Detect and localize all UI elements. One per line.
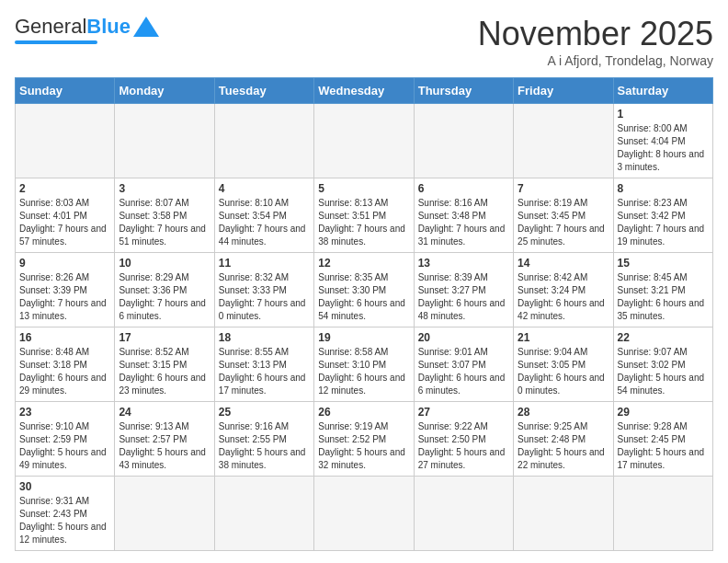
- day-number: 25: [219, 406, 310, 419]
- calendar-week-row: 16Sunrise: 8:48 AM Sunset: 3:18 PM Dayli…: [16, 327, 713, 402]
- day-info: Sunrise: 8:58 AM Sunset: 3:10 PM Dayligh…: [318, 346, 409, 397]
- calendar-day-cell: 10Sunrise: 8:29 AM Sunset: 3:36 PM Dayli…: [115, 253, 214, 327]
- calendar-day-cell: 7Sunrise: 8:19 AM Sunset: 3:45 PM Daylig…: [514, 178, 613, 253]
- page-header: GeneralBlue November 2025 A i Afjord, Tr…: [15, 15, 713, 68]
- day-info: Sunrise: 8:03 AM Sunset: 4:01 PM Dayligh…: [19, 197, 110, 248]
- calendar-day-cell: [314, 104, 414, 178]
- day-number: 7: [518, 182, 609, 195]
- calendar-day-cell: 22Sunrise: 9:07 AM Sunset: 3:02 PM Dayli…: [613, 327, 712, 402]
- title-area: November 2025 A i Afjord, Trondelag, Nor…: [478, 15, 713, 68]
- calendar-day-cell: 5Sunrise: 8:13 AM Sunset: 3:51 PM Daylig…: [314, 178, 414, 253]
- day-number: 22: [618, 331, 709, 344]
- day-number: 30: [19, 480, 110, 493]
- day-number: 8: [618, 182, 709, 195]
- calendar-week-row: 1Sunrise: 8:00 AM Sunset: 4:04 PM Daylig…: [16, 104, 713, 178]
- logo-icon: [133, 17, 159, 37]
- day-info: Sunrise: 8:19 AM Sunset: 3:45 PM Dayligh…: [518, 197, 609, 248]
- subtitle: A i Afjord, Trondelag, Norway: [478, 53, 713, 68]
- day-info: Sunrise: 8:32 AM Sunset: 3:33 PM Dayligh…: [219, 271, 310, 323]
- day-number: 19: [318, 331, 409, 344]
- day-info: Sunrise: 8:26 AM Sunset: 3:39 PM Dayligh…: [19, 271, 110, 323]
- day-info: Sunrise: 9:28 AM Sunset: 2:45 PM Dayligh…: [618, 420, 709, 472]
- calendar-day-cell: 17Sunrise: 8:52 AM Sunset: 3:15 PM Dayli…: [115, 327, 214, 402]
- calendar-week-row: 9Sunrise: 8:26 AM Sunset: 3:39 PM Daylig…: [16, 253, 713, 327]
- day-number: 24: [119, 406, 210, 419]
- calendar-week-row: 30Sunrise: 9:31 AM Sunset: 2:43 PM Dayli…: [16, 477, 713, 551]
- day-info: Sunrise: 9:13 AM Sunset: 2:57 PM Dayligh…: [119, 420, 210, 472]
- calendar-week-row: 23Sunrise: 9:10 AM Sunset: 2:59 PM Dayli…: [16, 402, 713, 477]
- day-info: Sunrise: 8:35 AM Sunset: 3:30 PM Dayligh…: [318, 271, 409, 323]
- calendar-day-cell: 8Sunrise: 8:23 AM Sunset: 3:42 PM Daylig…: [613, 178, 712, 253]
- calendar-day-cell: 6Sunrise: 8:16 AM Sunset: 3:48 PM Daylig…: [414, 178, 513, 253]
- day-info: Sunrise: 8:45 AM Sunset: 3:21 PM Dayligh…: [618, 271, 709, 323]
- calendar-day-cell: 24Sunrise: 9:13 AM Sunset: 2:57 PM Dayli…: [115, 402, 214, 477]
- calendar-day-cell: [414, 477, 513, 551]
- calendar-day-cell: 12Sunrise: 8:35 AM Sunset: 3:30 PM Dayli…: [314, 253, 414, 327]
- calendar-day-cell: 1Sunrise: 8:00 AM Sunset: 4:04 PM Daylig…: [613, 104, 712, 178]
- day-number: 4: [219, 182, 310, 195]
- day-number: 20: [418, 331, 509, 344]
- calendar-day-cell: 2Sunrise: 8:03 AM Sunset: 4:01 PM Daylig…: [16, 178, 115, 253]
- day-number: 16: [19, 331, 110, 344]
- weekday-header-sunday: Sunday: [16, 78, 115, 104]
- day-number: 14: [518, 257, 609, 270]
- day-number: 11: [219, 257, 310, 270]
- calendar-day-cell: 23Sunrise: 9:10 AM Sunset: 2:59 PM Dayli…: [16, 402, 115, 477]
- day-info: Sunrise: 8:48 AM Sunset: 3:18 PM Dayligh…: [19, 346, 110, 397]
- day-info: Sunrise: 9:25 AM Sunset: 2:48 PM Dayligh…: [518, 420, 609, 472]
- day-info: Sunrise: 8:10 AM Sunset: 3:54 PM Dayligh…: [219, 197, 310, 248]
- day-info: Sunrise: 8:42 AM Sunset: 3:24 PM Dayligh…: [518, 271, 609, 323]
- calendar-day-cell: 11Sunrise: 8:32 AM Sunset: 3:33 PM Dayli…: [214, 253, 313, 327]
- calendar-day-cell: 19Sunrise: 8:58 AM Sunset: 3:10 PM Dayli…: [314, 327, 414, 402]
- day-info: Sunrise: 9:04 AM Sunset: 3:05 PM Dayligh…: [518, 346, 609, 397]
- weekday-header-thursday: Thursday: [414, 78, 513, 104]
- weekday-header-row: SundayMondayTuesdayWednesdayThursdayFrid…: [16, 78, 713, 104]
- calendar-day-cell: 25Sunrise: 9:16 AM Sunset: 2:55 PM Dayli…: [214, 402, 313, 477]
- weekday-header-tuesday: Tuesday: [214, 78, 313, 104]
- logo-text: GeneralBlue: [15, 15, 131, 39]
- day-number: 23: [19, 406, 110, 419]
- calendar-day-cell: 21Sunrise: 9:04 AM Sunset: 3:05 PM Dayli…: [514, 327, 613, 402]
- day-number: 26: [318, 406, 409, 419]
- day-number: 12: [318, 257, 409, 270]
- calendar-day-cell: 3Sunrise: 8:07 AM Sunset: 3:58 PM Daylig…: [115, 178, 214, 253]
- day-number: 3: [119, 182, 210, 195]
- calendar-week-row: 2Sunrise: 8:03 AM Sunset: 4:01 PM Daylig…: [16, 178, 713, 253]
- calendar-table: SundayMondayTuesdayWednesdayThursdayFrid…: [15, 77, 713, 551]
- day-number: 6: [418, 182, 509, 195]
- day-info: Sunrise: 8:00 AM Sunset: 4:04 PM Dayligh…: [618, 122, 709, 174]
- day-info: Sunrise: 8:16 AM Sunset: 3:48 PM Dayligh…: [418, 197, 509, 248]
- calendar-day-cell: [514, 104, 613, 178]
- calendar-day-cell: [514, 477, 613, 551]
- calendar-day-cell: 14Sunrise: 8:42 AM Sunset: 3:24 PM Dayli…: [514, 253, 613, 327]
- day-number: 21: [518, 331, 609, 344]
- day-info: Sunrise: 9:31 AM Sunset: 2:43 PM Dayligh…: [19, 495, 110, 546]
- day-info: Sunrise: 9:16 AM Sunset: 2:55 PM Dayligh…: [219, 420, 310, 472]
- calendar-day-cell: 15Sunrise: 8:45 AM Sunset: 3:21 PM Dayli…: [613, 253, 712, 327]
- day-info: Sunrise: 9:10 AM Sunset: 2:59 PM Dayligh…: [19, 420, 110, 472]
- day-number: 17: [119, 331, 210, 344]
- calendar-day-cell: 26Sunrise: 9:19 AM Sunset: 2:52 PM Dayli…: [314, 402, 414, 477]
- weekday-header-friday: Friday: [514, 78, 613, 104]
- day-number: 27: [418, 406, 509, 419]
- month-title: November 2025: [478, 15, 713, 53]
- day-number: 1: [618, 108, 709, 121]
- calendar-day-cell: [115, 104, 214, 178]
- calendar-day-cell: [314, 477, 414, 551]
- calendar-day-cell: 16Sunrise: 8:48 AM Sunset: 3:18 PM Dayli…: [16, 327, 115, 402]
- day-info: Sunrise: 8:29 AM Sunset: 3:36 PM Dayligh…: [119, 271, 210, 323]
- day-info: Sunrise: 9:01 AM Sunset: 3:07 PM Dayligh…: [418, 346, 509, 397]
- calendar-day-cell: [613, 477, 712, 551]
- day-number: 29: [618, 406, 709, 419]
- calendar-day-cell: 13Sunrise: 8:39 AM Sunset: 3:27 PM Dayli…: [414, 253, 513, 327]
- day-info: Sunrise: 8:23 AM Sunset: 3:42 PM Dayligh…: [618, 197, 709, 248]
- svg-marker-0: [133, 17, 159, 37]
- calendar-day-cell: [115, 477, 214, 551]
- calendar-day-cell: 27Sunrise: 9:22 AM Sunset: 2:50 PM Dayli…: [414, 402, 513, 477]
- day-info: Sunrise: 8:39 AM Sunset: 3:27 PM Dayligh…: [418, 271, 509, 323]
- weekday-header-saturday: Saturday: [613, 78, 712, 104]
- day-number: 5: [318, 182, 409, 195]
- calendar-day-cell: 9Sunrise: 8:26 AM Sunset: 3:39 PM Daylig…: [16, 253, 115, 327]
- day-info: Sunrise: 8:13 AM Sunset: 3:51 PM Dayligh…: [318, 197, 409, 248]
- day-number: 9: [19, 257, 110, 270]
